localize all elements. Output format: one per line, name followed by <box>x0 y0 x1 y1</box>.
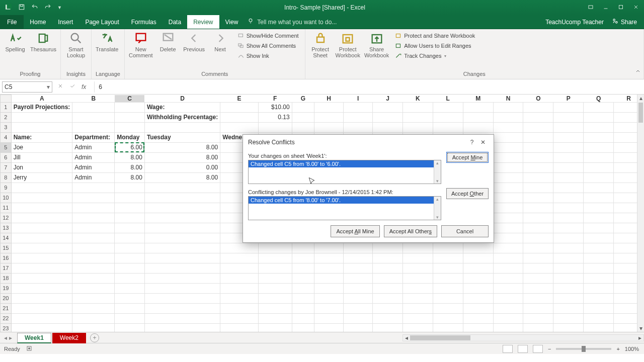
share-workbook-button[interactable]: Share Workbook <box>364 31 389 58</box>
previous-comment-button[interactable]: Previous <box>183 31 205 52</box>
cell-O7[interactable] <box>523 162 553 172</box>
row-header-17[interactable]: 17 <box>1 263 12 273</box>
col-header-D[interactable]: D <box>144 95 220 103</box>
protect-workbook-button[interactable]: Protect Workbook <box>336 31 360 58</box>
sheet-tab-week1[interactable]: Week1 <box>17 333 51 343</box>
cell-O5[interactable] <box>523 142 553 152</box>
cell-B12[interactable] <box>72 213 115 223</box>
scroll-down-icon[interactable]: ▾ <box>436 178 439 184</box>
cell-J21[interactable] <box>373 303 403 313</box>
cell-F3[interactable] <box>258 122 292 132</box>
tab-formulas[interactable]: Formulas <box>125 15 163 29</box>
cell-E3[interactable] <box>220 122 258 132</box>
cell-D18[interactable] <box>144 273 220 283</box>
cell-P10[interactable] <box>553 193 584 203</box>
cell-A16[interactable] <box>11 253 72 263</box>
cell-O23[interactable] <box>523 323 553 332</box>
cell-G3[interactable] <box>292 122 314 132</box>
cell-D13[interactable] <box>144 223 220 233</box>
cell-K2[interactable] <box>403 112 433 122</box>
cell-N22[interactable] <box>493 313 523 323</box>
cell-E18[interactable] <box>220 273 258 283</box>
cell-P18[interactable] <box>553 273 584 283</box>
cell-A23[interactable] <box>11 323 72 332</box>
cell-Q15[interactable] <box>584 243 614 253</box>
cell-D16[interactable] <box>144 253 220 263</box>
cell-E22[interactable] <box>220 313 258 323</box>
cell-H1[interactable] <box>314 102 344 112</box>
cell-D4[interactable]: Tuesday <box>144 132 220 142</box>
cell-I3[interactable] <box>344 122 373 132</box>
ribbon-display-icon[interactable] <box>588 4 594 12</box>
row-header-22[interactable]: 22 <box>1 313 12 323</box>
cell-Q21[interactable] <box>584 303 614 313</box>
cell-C7[interactable]: 8.00 <box>115 162 145 172</box>
cell-Q9[interactable] <box>584 183 614 193</box>
cell-L16[interactable] <box>433 253 463 263</box>
cell-B2[interactable] <box>72 112 115 122</box>
cell-E21[interactable] <box>220 303 258 313</box>
cell-N19[interactable] <box>493 283 523 293</box>
cell-N20[interactable] <box>493 293 523 303</box>
cell-D9[interactable] <box>144 183 220 193</box>
cell-A1[interactable]: Payroll Projections: <box>11 102 72 112</box>
cell-C4[interactable]: Monday <box>115 132 145 142</box>
cell-B6[interactable]: Admin <box>72 152 115 162</box>
cell-P4[interactable] <box>553 132 584 142</box>
scroll-left-icon[interactable]: ◂ <box>403 334 410 341</box>
cell-N5[interactable] <box>493 142 523 152</box>
user-name[interactable]: TeachUcomp Teacher <box>545 19 604 26</box>
cell-K23[interactable] <box>403 323 433 332</box>
cell-O2[interactable] <box>523 112 553 122</box>
cell-A2[interactable] <box>11 112 72 122</box>
minimize-icon[interactable] <box>603 4 609 12</box>
track-changes-button[interactable]: Track Changes▾ <box>393 51 477 60</box>
sheet-nav-next-icon[interactable]: ▸ <box>9 334 12 341</box>
view-page-layout-button[interactable] <box>518 345 528 353</box>
cell-B16[interactable] <box>72 253 115 263</box>
cell-Q1[interactable] <box>584 102 614 112</box>
cell-O6[interactable] <box>523 152 553 162</box>
cell-D1[interactable]: Wage: <box>144 102 220 112</box>
cell-D10[interactable] <box>144 193 220 203</box>
cell-P1[interactable] <box>553 102 584 112</box>
cell-C23[interactable] <box>115 323 145 332</box>
cell-L22[interactable] <box>433 313 463 323</box>
cell-N18[interactable] <box>493 273 523 283</box>
cell-I17[interactable] <box>344 263 373 273</box>
cell-F22[interactable] <box>258 313 292 323</box>
row-header-8[interactable]: 8 <box>1 172 12 183</box>
cell-K22[interactable] <box>403 313 433 323</box>
cell-P14[interactable] <box>553 233 584 243</box>
smart-lookup-button[interactable]: Smart Lookup <box>65 31 87 58</box>
cell-P19[interactable] <box>553 283 584 293</box>
cell-I2[interactable] <box>344 112 373 122</box>
help-icon[interactable]: ? <box>466 139 477 146</box>
cell-B4[interactable]: Department: <box>72 132 115 142</box>
cell-P11[interactable] <box>553 203 584 213</box>
cell-G20[interactable] <box>292 293 314 303</box>
cell-O15[interactable] <box>523 243 553 253</box>
cell-A5[interactable]: Joe <box>11 142 72 152</box>
cell-Q3[interactable] <box>584 122 614 132</box>
cell-F16[interactable] <box>258 253 292 263</box>
cell-C14[interactable] <box>115 233 145 243</box>
cell-C2[interactable] <box>115 112 145 122</box>
row-header-18[interactable]: 18 <box>1 273 12 283</box>
row-header-16[interactable]: 16 <box>1 253 12 263</box>
cell-A7[interactable]: Jon <box>11 162 72 172</box>
tab-insert[interactable]: Insert <box>52 15 79 29</box>
cell-L18[interactable] <box>433 273 463 283</box>
cell-A10[interactable] <box>11 193 72 203</box>
cell-P9[interactable] <box>553 183 584 193</box>
translate-button[interactable]: Translate <box>96 31 118 52</box>
cell-P21[interactable] <box>553 303 584 313</box>
cell-H3[interactable] <box>314 122 344 132</box>
cell-E23[interactable] <box>220 323 258 332</box>
cell-A20[interactable] <box>11 293 72 303</box>
view-normal-button[interactable] <box>503 345 513 353</box>
cell-N13[interactable] <box>493 223 523 233</box>
cell-O14[interactable] <box>523 233 553 243</box>
next-comment-button[interactable]: Next <box>209 31 231 52</box>
cell-I21[interactable] <box>344 303 373 313</box>
